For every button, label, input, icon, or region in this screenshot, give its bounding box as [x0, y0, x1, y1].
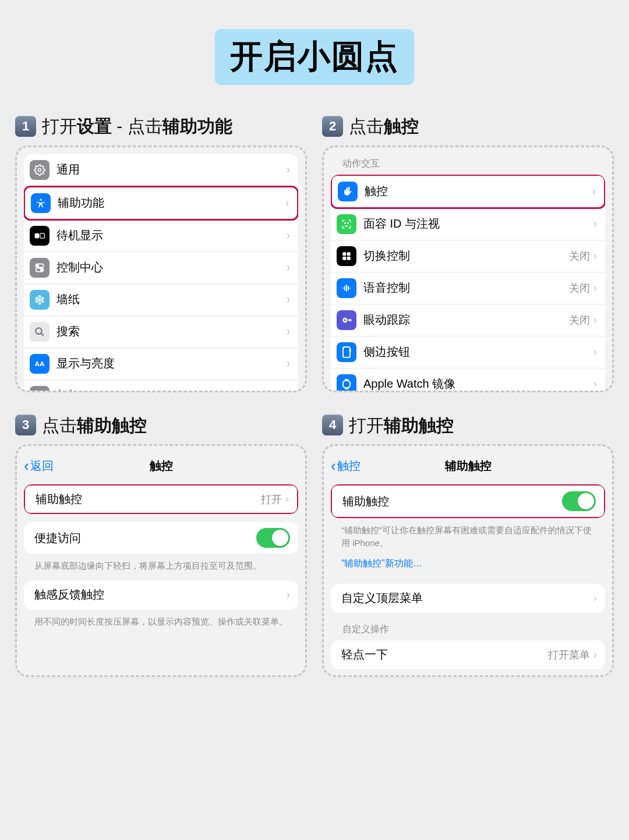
row-camera[interactable]: 相机 › — [24, 380, 298, 392]
row-label: 侧边按钮 — [363, 344, 593, 360]
brightness-icon: AA — [30, 354, 50, 374]
row-reachability[interactable]: 便捷访问 — [24, 522, 298, 554]
switch-icon — [30, 258, 50, 278]
footnote: 从屏幕底部边缘向下轻扫，将屏幕上方项目拉至可及范围。 — [24, 554, 298, 580]
chevron-right-icon: › — [287, 389, 290, 392]
row-label: 触感反馈触控 — [34, 587, 287, 602]
step-number-icon: 3 — [15, 414, 36, 435]
face-icon — [337, 214, 356, 234]
row-label: 辅助触控 — [342, 494, 562, 509]
standby-icon — [30, 226, 50, 246]
toggle-on[interactable] — [562, 491, 596, 511]
step-1: 1 打开设置 - 点击辅助功能 通用 › 辅助功能 › 待机显示 — [15, 115, 307, 392]
chevron-right-icon: › — [287, 229, 290, 242]
row-switch-control[interactable]: 切换控制 关闭 › — [331, 240, 605, 272]
button-icon — [337, 342, 356, 362]
step-1-title: 打开设置 - 点击辅助功能 — [42, 115, 232, 137]
row-label: 轻点一下 — [341, 647, 548, 662]
step-4: 4 打开辅助触控 ‹ 触控 辅助触控 辅助触控 “辅助触控”可让你在触控屏幕有困… — [322, 414, 614, 678]
svg-point-10 — [41, 297, 44, 300]
svg-rect-2 — [35, 233, 39, 238]
row-customize-menu[interactable]: 自定义顶层菜单 › — [331, 584, 605, 613]
svg-rect-21 — [347, 252, 351, 256]
back-button[interactable]: ‹ 触控 — [331, 457, 361, 475]
row-side-button[interactable]: 侧边按钮 › — [331, 336, 605, 368]
footnote: 用不同的时间长度按压屏幕，以显示内容预览、操作或关联菜单。 — [24, 609, 298, 636]
toggle-on[interactable] — [256, 528, 290, 548]
chevron-right-icon: › — [593, 592, 597, 604]
chevron-right-icon: › — [287, 357, 290, 370]
row-label: 搜索 — [56, 324, 287, 339]
svg-rect-22 — [342, 256, 346, 260]
row-touch[interactable]: 触控 › — [331, 175, 605, 209]
row-eye-tracking[interactable]: 眼动跟踪 关闭 › — [331, 304, 605, 336]
row-label: 眼动跟踪 — [363, 312, 569, 328]
row-faceid[interactable]: 面容 ID 与注视 › — [331, 208, 605, 240]
step-2-title: 点击触控 — [349, 115, 419, 137]
row-label: 相机 — [56, 388, 287, 392]
chevron-right-icon: › — [287, 293, 290, 306]
row-wallpaper[interactable]: 墙纸 › — [24, 284, 298, 316]
flower-icon — [30, 290, 50, 310]
page-title: 开启小圆点 — [215, 29, 414, 85]
row-label: 控制中心 — [56, 260, 287, 275]
row-value: 关闭 — [569, 249, 590, 263]
whats-new-link[interactable]: “辅助触控”新功能… — [331, 558, 605, 576]
row-label: 辅助触控 — [36, 491, 261, 507]
svg-point-11 — [41, 300, 44, 303]
svg-point-1 — [40, 199, 41, 200]
row-accessibility[interactable]: 辅助功能 › — [24, 186, 298, 221]
row-label: 切换控制 — [363, 248, 569, 264]
chevron-left-icon: ‹ — [24, 457, 29, 475]
svg-point-12 — [38, 302, 41, 304]
nav-title: 辅助触控 — [331, 458, 605, 474]
row-label: 通用 — [56, 162, 287, 178]
row-standby[interactable]: 待机显示 › — [24, 220, 298, 252]
row-label: 显示与亮度 — [56, 356, 287, 371]
section-label: 动作交互 — [331, 154, 605, 175]
section-label: 自定义操作 — [331, 613, 605, 640]
step-4-title: 打开辅助触控 — [349, 414, 454, 437]
svg-rect-20 — [342, 252, 346, 256]
row-search[interactable]: 搜索 › — [24, 316, 298, 348]
chevron-right-icon: › — [285, 493, 289, 505]
svg-point-14 — [36, 297, 38, 300]
row-value: 关闭 — [569, 313, 590, 327]
row-label: 便捷访问 — [34, 530, 256, 546]
row-label: 面容 ID 与注视 — [363, 216, 593, 232]
row-general[interactable]: 通用 › — [24, 154, 298, 186]
nav-title: 触控 — [24, 458, 298, 474]
chevron-right-icon: › — [287, 325, 290, 338]
step-number-icon: 4 — [322, 414, 343, 435]
svg-point-9 — [38, 295, 41, 297]
svg-point-5 — [37, 264, 38, 266]
panel-assistive-touch: ‹ 触控 辅助触控 辅助触控 “辅助触控”可让你在触控屏幕有困难或需要自适应配件… — [322, 444, 614, 677]
chevron-right-icon: › — [592, 185, 596, 197]
row-label: 触控 — [365, 183, 592, 199]
row-assistive-touch-toggle[interactable]: 辅助触控 — [331, 484, 605, 518]
step-2: 2 点击触控 动作交互 触控 › 面容 ID 与注视 › — [322, 115, 614, 392]
svg-point-7 — [41, 269, 43, 271]
svg-point-13 — [36, 300, 38, 303]
svg-text:AA: AA — [35, 360, 45, 367]
row-display[interactable]: AA 显示与亮度 › — [24, 348, 298, 380]
panel-accessibility: 动作交互 触控 › 面容 ID 与注视 › 切换控制 关闭 › — [322, 146, 614, 392]
step-3: 3 点击辅助触控 ‹ 返回 触控 辅助触控 打开 › — [15, 414, 307, 678]
accessibility-icon — [31, 193, 51, 213]
chevron-right-icon: › — [287, 164, 290, 176]
row-watch-mirror[interactable]: Apple Watch 镜像 › — [331, 368, 605, 392]
row-voice-control[interactable]: 语音控制 关闭 › — [331, 272, 605, 304]
panel-settings: 通用 › 辅助功能 › 待机显示 › 控制中心 › — [15, 146, 307, 392]
row-haptic-touch[interactable]: 触感反馈触控 › — [24, 580, 298, 609]
panel-touch: ‹ 返回 触控 辅助触控 打开 › 便捷访问 从屏幕底部边缘向下轻扫，将屏幕 — [15, 444, 307, 677]
back-button[interactable]: ‹ 返回 — [24, 457, 54, 475]
row-assistive-touch[interactable]: 辅助触控 打开 › — [24, 484, 298, 514]
row-value: 关闭 — [569, 281, 590, 295]
row-label: 辅助功能 — [58, 195, 285, 211]
chevron-right-icon: › — [287, 589, 290, 601]
row-control-center[interactable]: 控制中心 › — [24, 252, 298, 284]
svg-rect-26 — [343, 347, 350, 357]
row-label: 待机显示 — [56, 228, 287, 243]
row-single-tap[interactable]: 轻点一下 打开菜单 › — [331, 640, 605, 669]
svg-rect-3 — [40, 233, 45, 238]
